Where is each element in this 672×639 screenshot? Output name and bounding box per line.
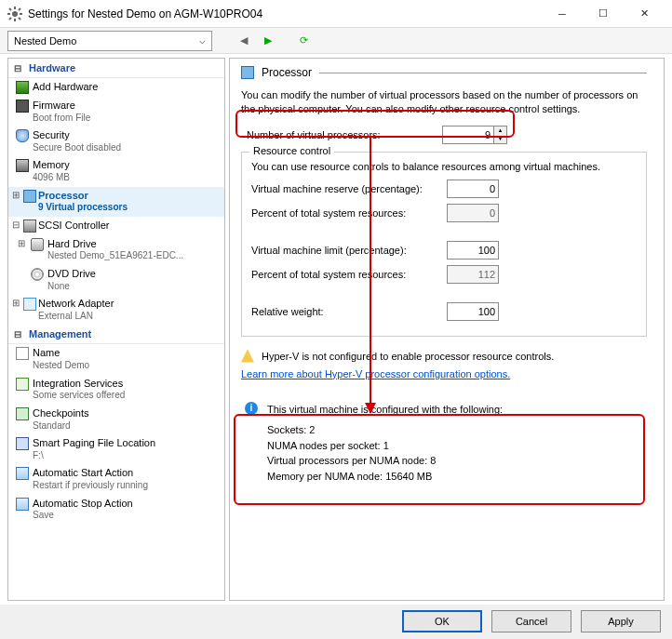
rw-input[interactable]: 100 (447, 302, 499, 321)
dialog-footer: OK Cancel Apply (0, 605, 672, 638)
cancel-button[interactable]: Cancel (491, 610, 571, 632)
info-lead: This virtual machine is configured with … (267, 402, 503, 418)
sidebar-firmware[interactable]: Firmware Boot from File (8, 97, 224, 126)
chevron-down-icon: ⌵ (199, 34, 206, 47)
info-icon: i (245, 402, 258, 415)
sidebar-name[interactable]: Name Nested Demo (8, 344, 224, 374)
firmware-icon (16, 100, 29, 113)
collapse-icon: ⊟ (12, 220, 20, 232)
section-title: Processor (262, 66, 312, 79)
sidebar-processor[interactable]: ⊞ Processor 9 Virtual processors (8, 187, 224, 217)
processor-icon (241, 66, 254, 79)
expand-icon: ⊞ (16, 238, 27, 250)
sidebar-network-adapter[interactable]: ⊞ Network Adapter External LAN (8, 295, 224, 325)
svg-point-0 (12, 11, 18, 17)
close-button[interactable]: ✕ (624, 0, 665, 28)
minimize-button[interactable]: ─ (542, 0, 583, 28)
info-sockets: Sockets: 2 (267, 422, 503, 438)
num-vp-label: Number of virtual processors: (247, 129, 442, 140)
titlebar: Settings for Nested Demo on AGM-W10PRO04… (0, 0, 672, 28)
pct2-display: 112 (447, 265, 499, 284)
sidebar-dvd-drive[interactable]: DVD Drive None (8, 265, 224, 295)
window-title: Settings for Nested Demo on AGM-W10PRO04 (28, 7, 542, 20)
nav-back-button[interactable]: ◀ (235, 32, 253, 50)
warning-icon (241, 350, 254, 363)
sidebar-memory[interactable]: Memory 4096 MB (8, 156, 224, 186)
sidebar-auto-stop[interactable]: Automatic Stop Action Save (8, 495, 224, 525)
vml-input[interactable]: 100 (447, 241, 499, 260)
vmr-label: Virtual machine reserve (percentage): (251, 183, 447, 194)
checkpoints-icon (16, 407, 29, 420)
ok-button[interactable]: OK (402, 610, 482, 632)
collapse-icon: ⊟ (14, 329, 21, 339)
sidebar-add-hardware[interactable]: Add Hardware (8, 78, 224, 97)
management-section-header[interactable]: ⊟ Management (8, 325, 224, 344)
svg-line-6 (19, 18, 20, 20)
rc-legend: Resource control (249, 145, 334, 156)
paging-icon (16, 437, 29, 450)
rc-desc: You can use resource controls to balance… (251, 160, 637, 174)
rw-label: Relative weight: (251, 306, 447, 317)
sidebar-auto-start[interactable]: Automatic Start Action Restart if previo… (8, 464, 224, 494)
sidebar-scsi[interactable]: ⊟ SCSI Controller (8, 217, 224, 235)
shield-icon (16, 129, 29, 142)
sidebar-hard-drive[interactable]: ⊞ Hard Drive Nested Demo_51EA9621-EDC... (8, 235, 224, 265)
sidebar-security[interactable]: Security Secure Boot disabled (8, 126, 224, 156)
info-vpp: Virtual processors per NUMA node: 8 (267, 453, 503, 469)
stop-action-icon (16, 498, 29, 511)
scsi-icon (23, 220, 36, 233)
nav-forward-button[interactable]: ▶ (259, 32, 277, 50)
info-numa: NUMA nodes per socket: 1 (267, 438, 503, 454)
svg-line-7 (9, 18, 11, 20)
collapse-icon: ⊟ (14, 63, 21, 73)
hdd-icon (31, 238, 44, 251)
sidebar: ⊟ Hardware Add Hardware Firmware Boot fr… (7, 58, 225, 601)
sidebar-smart-paging[interactable]: Smart Paging File Location F:\ (8, 434, 224, 464)
start-action-icon (16, 467, 29, 480)
network-icon (23, 298, 36, 311)
expand-icon: ⊞ (12, 190, 20, 202)
section-description: You can modify the number of virtual pro… (241, 88, 647, 116)
vm-selected-name: Nested Demo (14, 35, 76, 47)
add-hardware-icon (16, 81, 29, 94)
expand-icon: ⊞ (12, 298, 20, 310)
processor-icon (23, 190, 36, 203)
svg-line-5 (9, 8, 11, 10)
vm-selector-dropdown[interactable]: Nested Demo ⌵ (7, 31, 212, 51)
vml-label: Virtual machine limit (percentage): (251, 245, 447, 256)
vmr-input[interactable]: 0 (447, 180, 499, 198)
sidebar-integration-services[interactable]: Integration Services Some services offer… (8, 375, 224, 405)
maximize-button[interactable]: ☐ (583, 0, 624, 28)
warning-text: Hyper-V is not configured to enable proc… (262, 351, 554, 362)
resource-control-group: Resource control You can use resource co… (241, 152, 647, 337)
info-mem: Memory per NUMA node: 15640 MB (267, 469, 503, 485)
pct1-label: Percent of total system resources: (251, 207, 447, 219)
apply-button[interactable]: Apply (581, 610, 661, 632)
svg-line-8 (19, 8, 20, 10)
name-icon (16, 347, 29, 360)
hardware-section-header[interactable]: ⊟ Hardware (8, 59, 224, 78)
memory-icon (16, 159, 29, 172)
num-vp-spinner[interactable]: ▲▼ (494, 126, 507, 144)
pct2-label: Percent of total system resources: (251, 269, 447, 280)
learn-more-link[interactable]: Learn more about Hyper-V processor confi… (241, 368, 510, 379)
pct1-display: 0 (447, 204, 499, 222)
integration-icon (16, 378, 29, 391)
sidebar-checkpoints[interactable]: Checkpoints Standard (8, 405, 224, 434)
dvd-icon (31, 268, 44, 281)
settings-icon (7, 7, 22, 21)
content-pane: Processor You can modify the number of v… (229, 58, 665, 601)
power-button[interactable]: ⟳ (294, 32, 313, 50)
num-vp-input[interactable]: 9 (442, 126, 494, 144)
toolbar: Nested Demo ⌵ ◀ ▶ ⟳ (0, 28, 672, 54)
